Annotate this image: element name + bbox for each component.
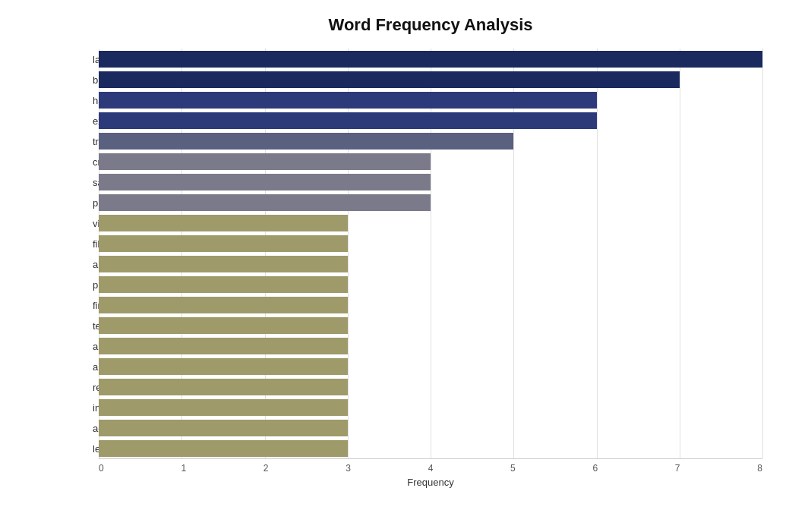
bar-label: victims — [93, 217, 99, 228]
bar-outer — [99, 317, 762, 334]
chart-title: Word Frequency Analysis — [99, 15, 762, 35]
bar-row: aml — [99, 358, 762, 375]
bar-label: exchange — [93, 115, 99, 126]
bar-outer — [99, 133, 762, 150]
x-axis-label: Frequency — [99, 477, 762, 488]
x-tick: 0 — [99, 463, 104, 474]
x-ticks: 012345678 — [99, 459, 762, 474]
bar-outer — [99, 71, 762, 88]
bar-outer — [99, 174, 762, 190]
bar-fill — [99, 297, 348, 313]
bar-row: regulations — [99, 379, 762, 395]
bar-fill — [99, 153, 431, 170]
bar-row: file — [99, 235, 762, 252]
bar-fill — [99, 317, 348, 334]
chart-area: lawsuitbinancehamasexchangetransactionsc… — [99, 49, 762, 489]
bar-label: cryptocurrency — [93, 156, 99, 167]
x-tick: 6 — [592, 463, 598, 474]
bar-row: include — [99, 399, 762, 416]
x-tick: 5 — [510, 463, 516, 474]
bar-fill — [99, 194, 431, 211]
bar-fill — [99, 399, 348, 416]
bar-outer — [99, 92, 762, 109]
bar-fill — [99, 338, 348, 354]
bar-fill — [99, 235, 348, 252]
bar-label: regulations — [93, 381, 99, 392]
bar-label: hamas — [93, 94, 99, 105]
bar-outer — [99, 194, 762, 211]
bar-label: prevent — [93, 197, 99, 208]
bar-label: transactions — [93, 135, 99, 146]
bar-row: binance — [99, 71, 762, 88]
bar-row: allege — [99, 256, 762, 272]
bar-outer — [99, 112, 762, 129]
x-tick: 7 — [675, 463, 680, 474]
bar-row: victims — [99, 215, 762, 231]
bar-fill — [99, 440, 348, 457]
bar-row: cryptocurrency — [99, 153, 762, 170]
x-tick: 1 — [181, 463, 186, 474]
bar-fill — [99, 256, 348, 272]
bar-label: action — [93, 422, 99, 433]
bar-row: hamas — [99, 92, 762, 109]
bar-label: binance — [93, 74, 99, 85]
bar-label: lawsuit — [93, 53, 99, 65]
bar-row: platform — [99, 276, 762, 293]
bar-fill — [99, 379, 348, 395]
bar-outer — [99, 379, 762, 395]
x-tick: 2 — [264, 463, 269, 474]
bar-label: include — [93, 401, 99, 413]
bar-row: legal — [99, 440, 762, 457]
bar-row: transactions — [99, 133, 762, 150]
bar-outer — [99, 215, 762, 231]
x-tick: 4 — [428, 463, 434, 474]
grid-line — [762, 49, 763, 458]
bar-fill — [99, 174, 431, 190]
bar-label: financial — [93, 299, 99, 310]
bar-row: exchange — [99, 112, 762, 129]
bar-outer — [99, 276, 762, 293]
x-axis: 012345678 Frequency — [99, 458, 762, 489]
bar-outer — [99, 338, 762, 354]
bar-row: lawsuit — [99, 51, 762, 68]
bar-fill — [99, 71, 680, 88]
bar-row: action — [99, 420, 762, 436]
bar-row: terrorist — [99, 317, 762, 334]
bar-label: allege — [93, 258, 99, 269]
bar-label: aml — [93, 360, 99, 372]
bar-fill — [99, 215, 348, 231]
bar-fill — [99, 112, 597, 129]
bar-label: platform — [93, 279, 99, 290]
bar-fill — [99, 420, 348, 436]
bar-outer — [99, 420, 762, 436]
bar-fill — [99, 92, 597, 109]
x-tick: 3 — [346, 463, 351, 474]
bar-label: sanction — [93, 176, 99, 187]
chart-container: Word Frequency Analysis lawsuitbinanceha… — [0, 0, 808, 532]
bars-wrapper: lawsuitbinancehamasexchangetransactionsc… — [99, 49, 762, 458]
bar-outer — [99, 51, 762, 68]
bar-outer — [99, 358, 762, 375]
bar-outer — [99, 153, 762, 170]
bar-fill — [99, 51, 762, 68]
bar-outer — [99, 235, 762, 252]
bar-label: file — [93, 238, 99, 249]
bar-row: sanction — [99, 174, 762, 190]
bar-outer — [99, 399, 762, 416]
bar-row: anti — [99, 338, 762, 354]
bar-fill — [99, 133, 513, 150]
bar-outer — [99, 256, 762, 272]
bar-fill — [99, 358, 348, 375]
bar-outer — [99, 297, 762, 313]
bar-label: anti — [93, 340, 99, 351]
bar-row: prevent — [99, 194, 762, 211]
x-tick: 8 — [757, 463, 762, 474]
bar-outer — [99, 440, 762, 457]
bar-row: financial — [99, 297, 762, 313]
bar-label: legal — [93, 442, 99, 454]
bar-label: terrorist — [93, 320, 99, 331]
bar-fill — [99, 276, 348, 293]
